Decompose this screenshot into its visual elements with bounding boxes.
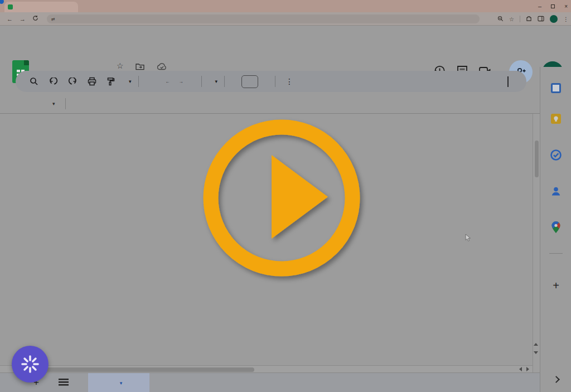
- scroll-right-icon[interactable]: [526, 367, 529, 371]
- toolbar-more-kebab-icon[interactable]: ⋮: [286, 77, 293, 86]
- search-menus-icon[interactable]: [30, 71, 38, 92]
- back-icon[interactable]: ←: [7, 16, 13, 22]
- divider: [549, 253, 563, 254]
- divider: [201, 76, 202, 87]
- window-close-button[interactable]: ×: [564, 3, 568, 9]
- play-ring: [211, 127, 352, 269]
- paint-format-icon[interactable]: [107, 71, 115, 92]
- sheets-favicon: [8, 4, 13, 9]
- address-bar[interactable]: ⇄: [47, 14, 480, 23]
- browser-menu-kebab-icon[interactable]: ⋮: [563, 16, 569, 22]
- calendar-icon[interactable]: [549, 81, 563, 95]
- star-document-icon[interactable]: ☆: [117, 61, 124, 70]
- sheet-tab-caret-icon[interactable]: ▾: [120, 380, 123, 386]
- contacts-icon[interactable]: [549, 185, 563, 198]
- sheets-header: ☆ ▾: [0, 26, 571, 67]
- tasks-icon[interactable]: [549, 148, 563, 162]
- vertical-scrollbar[interactable]: [533, 114, 540, 373]
- reload-icon[interactable]: [32, 15, 38, 22]
- window-maximize-button[interactable]: [551, 4, 555, 8]
- print-icon[interactable]: [88, 71, 96, 92]
- divider: [224, 76, 225, 87]
- recorder-fab-button[interactable]: [12, 346, 49, 383]
- chrome-profile-avatar[interactable]: [550, 15, 558, 23]
- toolbar: ▾ ← → ▾ ⋮: [16, 71, 526, 92]
- vertical-scrollbar-thumb[interactable]: [535, 141, 539, 177]
- undo-icon[interactable]: [49, 71, 58, 92]
- decrease-decimal-button[interactable]: ←: [166, 71, 170, 92]
- increase-decimal-button[interactable]: →: [179, 71, 183, 92]
- browser-window: – × ← → ⇄ ☆ ⋮: [0, 0, 571, 392]
- bookmark-star-icon[interactable]: ☆: [509, 16, 514, 22]
- horizontal-scrollbar-thumb[interactable]: [32, 367, 254, 372]
- maps-icon[interactable]: [549, 221, 563, 234]
- starburst-icon: [20, 354, 40, 374]
- formula-bar: ▾: [0, 94, 540, 114]
- site-info-icon[interactable]: ⇄: [51, 17, 55, 22]
- logo-fold: [24, 60, 29, 65]
- browser-tab[interactable]: [4, 2, 78, 12]
- hide-menus-chevron-icon[interactable]: [507, 78, 513, 83]
- all-sheets-icon[interactable]: [59, 378, 69, 386]
- keep-icon[interactable]: [549, 112, 563, 125]
- divider: [275, 76, 275, 87]
- mouse-cursor: [464, 234, 472, 244]
- forward-icon[interactable]: →: [20, 16, 26, 22]
- scroll-down-icon[interactable]: [534, 351, 538, 354]
- divider: [520, 16, 520, 22]
- play-triangle-icon: [272, 155, 328, 239]
- zoom-caret-icon[interactable]: ▾: [129, 71, 132, 92]
- sheet-tab-bar: + ▾: [0, 372, 540, 392]
- divider: [138, 76, 139, 87]
- window-minimize-button[interactable]: –: [538, 3, 541, 9]
- extensions-icon[interactable]: [526, 16, 532, 23]
- font-size-input[interactable]: [241, 75, 258, 88]
- browser-url-bar: ← → ⇄ ☆ ⋮: [0, 12, 571, 26]
- browser-tab-strip: – ×: [0, 0, 571, 12]
- horizontal-scrollbar[interactable]: [0, 365, 533, 373]
- side-panel: +: [540, 67, 571, 392]
- zoom-page-icon[interactable]: [497, 16, 504, 23]
- video-play-overlay[interactable]: [187, 103, 376, 293]
- scroll-up-icon[interactable]: [534, 343, 538, 346]
- divider: [65, 98, 66, 109]
- sheet-tab-sheet1[interactable]: ▾: [88, 373, 149, 392]
- redo-icon[interactable]: [68, 71, 78, 92]
- scroll-left-icon[interactable]: [519, 367, 522, 371]
- get-add-ons-icon[interactable]: +: [549, 279, 563, 292]
- font-caret-icon[interactable]: ▾: [215, 71, 218, 92]
- side-panel-icon[interactable]: [538, 16, 544, 23]
- expand-side-panel-chevron-icon[interactable]: [549, 372, 563, 386]
- name-box-caret-icon[interactable]: ▾: [52, 101, 55, 107]
